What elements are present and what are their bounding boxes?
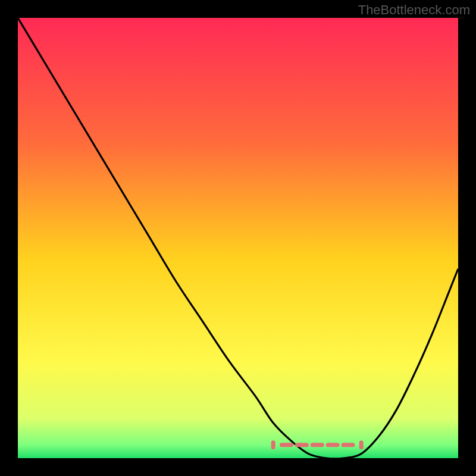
watermark: TheBottleneck.com: [358, 2, 470, 18]
chart-frame: TheBottleneck.com: [0, 0, 476, 476]
curve-layer: [18, 18, 458, 458]
plot-area: [18, 18, 458, 458]
bottleneck-curve: [18, 18, 458, 458]
flat-segment-markers: [273, 443, 361, 447]
